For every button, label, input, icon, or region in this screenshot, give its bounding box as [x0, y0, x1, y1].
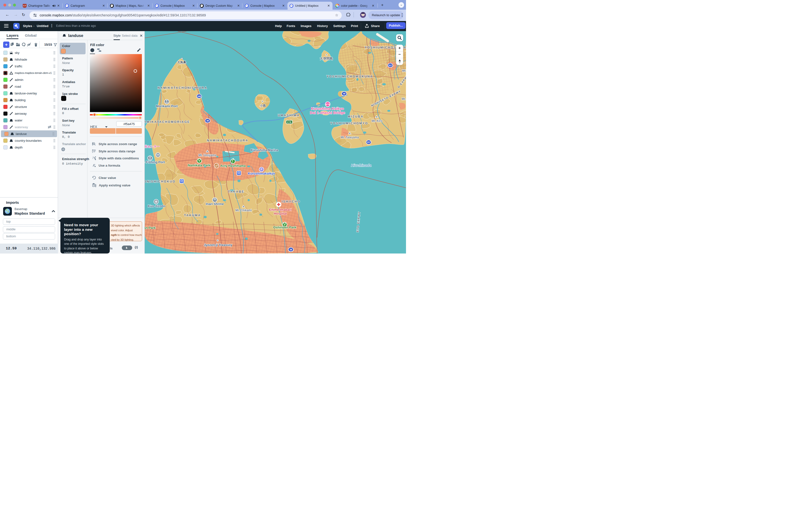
svg-text:Mt. Tateyama: Mt. Tateyama	[341, 136, 359, 139]
svg-text:Ehime Imabari: Ehime Imabari	[269, 208, 292, 212]
svg-text:Mt. Ya: Mt. Ya	[402, 69, 406, 72]
svg-text:49: 49	[343, 93, 345, 95]
svg-text:38: 38	[290, 248, 292, 251]
svg-text:337: 337	[367, 141, 370, 144]
svg-text:P: P	[260, 168, 262, 171]
svg-text:Inari Shrine: Inari Shrine	[206, 202, 224, 206]
svg-text:Mt. H: Mt. H	[402, 97, 406, 101]
svg-text:大突間島: 大突間島	[320, 57, 333, 60]
svg-text:NAMIKATACHONISHIURA: NAMIKATACHONISHIURA	[158, 86, 207, 90]
svg-text:Mt. Kiro: Mt. Kiro	[372, 119, 383, 123]
svg-text:Kuo Jizodo: Kuo Jizodo	[148, 204, 165, 208]
svg-text:UMASHIMA: UMASHIMA	[278, 114, 300, 117]
svg-text:YOSHIUMICHOMYO: YOSHIUMICHOMYO	[330, 122, 368, 125]
svg-text:YOSHIUMICHOMUKUNA: YOSHIUMICHOMUKUNA	[326, 75, 373, 78]
svg-text:ISHIICHO: ISHIICHO	[282, 200, 300, 203]
svg-text:Kurushimakaikyo: Kurushimakaikyo	[248, 172, 275, 175]
svg-text:Jyozen-ji Treasury: Jyozen-ji Treasury	[204, 243, 232, 247]
svg-text:NAMIKATACHOOURA: NAMIKATACHOOURA	[207, 139, 248, 142]
svg-text:小島: 小島	[260, 104, 266, 107]
svg-text:NAMIKATACHOMORIAGE: NAMIKATACHOMORIAGE	[145, 120, 190, 124]
svg-text:38: 38	[206, 119, 209, 122]
svg-text:317: 317	[388, 64, 392, 67]
svg-text:Namikata Park: Namikata Park	[188, 163, 210, 167]
svg-text:MIZUBA: MIZUBA	[348, 115, 363, 118]
svg-text:an Park: an Park	[145, 226, 156, 230]
svg-text:Hiuchinada: Hiuchinada	[351, 163, 371, 167]
svg-text:e Fishing Port: e Fishing Port	[145, 160, 165, 164]
svg-text:Oshinden Park: Oshinden Park	[273, 225, 296, 229]
svg-text:Mt. Umiyama: Mt. Umiyama	[198, 154, 216, 157]
svg-text:TAKABE: TAKABE	[228, 190, 244, 193]
svg-text:ONISHICHOKUO: ONISHICHOKUO	[145, 180, 176, 183]
svg-text:Mt. Chikami: Mt. Chikami	[236, 209, 252, 212]
svg-text:Morikami Port: Morikami Port	[156, 104, 178, 108]
svg-text:Dai 1-ohashi Bridge: Dai 1-ohashi Bridge	[310, 111, 345, 115]
svg-text:E76: E76	[287, 121, 292, 123]
svg-text:大角鼻: 大角鼻	[177, 61, 186, 64]
svg-text:Hospital: Hospital	[274, 212, 287, 215]
svg-text:Kurushima Marina: Kurushima Marina	[251, 148, 278, 152]
svg-text:166: 166	[197, 95, 201, 98]
svg-text:化センター: 化センター	[145, 145, 160, 148]
svg-text:Acty Hashihama: Acty Hashihama	[220, 164, 246, 168]
svg-text:Kurushima Kaikyo: Kurushima Kaikyo	[311, 107, 344, 111]
svg-text:TAKUMA: TAKUMA	[184, 214, 201, 217]
